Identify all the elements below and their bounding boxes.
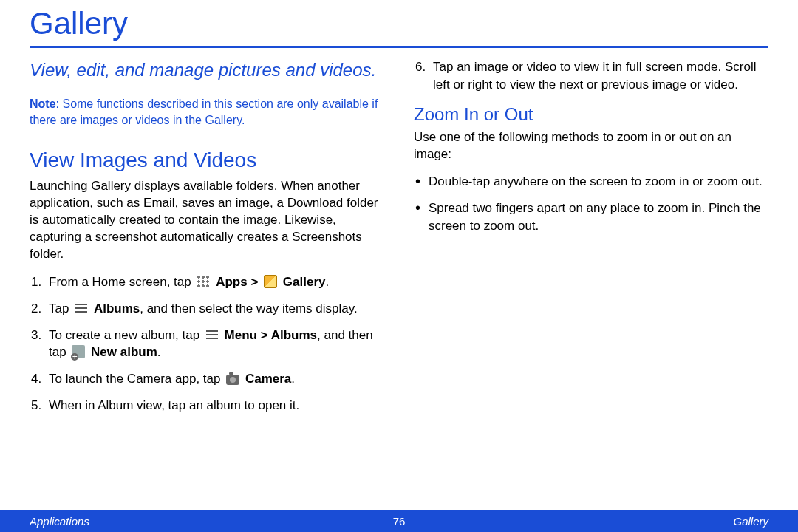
step-3: To create a new album, tap Menu > Albums… bbox=[30, 327, 384, 362]
footer-left: Applications bbox=[30, 515, 89, 528]
footer-page-number: 76 bbox=[393, 515, 406, 528]
hamburger-icon bbox=[75, 301, 88, 315]
right-column: Tap an image or video to view it in full… bbox=[414, 58, 768, 423]
section-body-view: Launching Gallery displays available fol… bbox=[30, 178, 384, 263]
left-column: View, edit, and manage pictures and vide… bbox=[30, 58, 384, 423]
gallery-icon bbox=[264, 275, 277, 288]
note-block: Note: Some functions described in this s… bbox=[30, 96, 384, 128]
menu-albums-label: Menu > Albums bbox=[225, 328, 317, 342]
note-text: : Some functions described in this secti… bbox=[30, 98, 378, 126]
page: Gallery View, edit, and manage pictures … bbox=[0, 0, 798, 532]
menu-icon bbox=[205, 328, 219, 341]
gallery-label: Gallery bbox=[283, 275, 326, 289]
camera-label: Camera bbox=[245, 372, 291, 386]
step-2: Tap Albums, and then select the way item… bbox=[30, 300, 384, 318]
apps-grid-icon bbox=[197, 275, 210, 288]
albums-label: Albums bbox=[94, 301, 140, 316]
steps-list: From a Home screen, tap Apps > Gallery. … bbox=[30, 273, 384, 415]
section-body-zoom: Use one of the following methods to zoom… bbox=[414, 129, 768, 163]
step-1: From a Home screen, tap Apps > Gallery. bbox=[30, 273, 384, 291]
page-footer: Applications 76 Gallery bbox=[0, 510, 798, 532]
note-label: Note bbox=[30, 98, 56, 110]
content-columns: View, edit, and manage pictures and vide… bbox=[30, 58, 768, 423]
step-5: When in Album view, tap an album to open… bbox=[30, 397, 384, 415]
section-heading-view: View Images and Videos bbox=[30, 149, 384, 172]
section-heading-zoom: Zoom In or Out bbox=[414, 104, 768, 125]
step-4: To launch the Camera app, tap Camera. bbox=[30, 370, 384, 388]
bullet-1: Double-tap anywhere on the screen to zoo… bbox=[414, 173, 768, 191]
page-subtitle: View, edit, and manage pictures and vide… bbox=[30, 58, 384, 81]
footer-right: Gallery bbox=[733, 515, 768, 528]
bullet-2: Spread two fingers apart on any place to… bbox=[414, 200, 768, 235]
zoom-bullets: Double-tap anywhere on the screen to zoo… bbox=[414, 173, 768, 234]
step-6: Tap an image or video to view it in full… bbox=[414, 58, 768, 94]
apps-label: Apps > bbox=[216, 275, 262, 289]
new-album-label: New album bbox=[91, 345, 157, 359]
new-album-icon bbox=[72, 345, 85, 358]
page-title: Gallery bbox=[30, 6, 768, 41]
steps-list-continued: Tap an image or video to view it in full… bbox=[414, 58, 768, 94]
camera-icon bbox=[226, 375, 239, 385]
title-divider bbox=[30, 46, 768, 48]
